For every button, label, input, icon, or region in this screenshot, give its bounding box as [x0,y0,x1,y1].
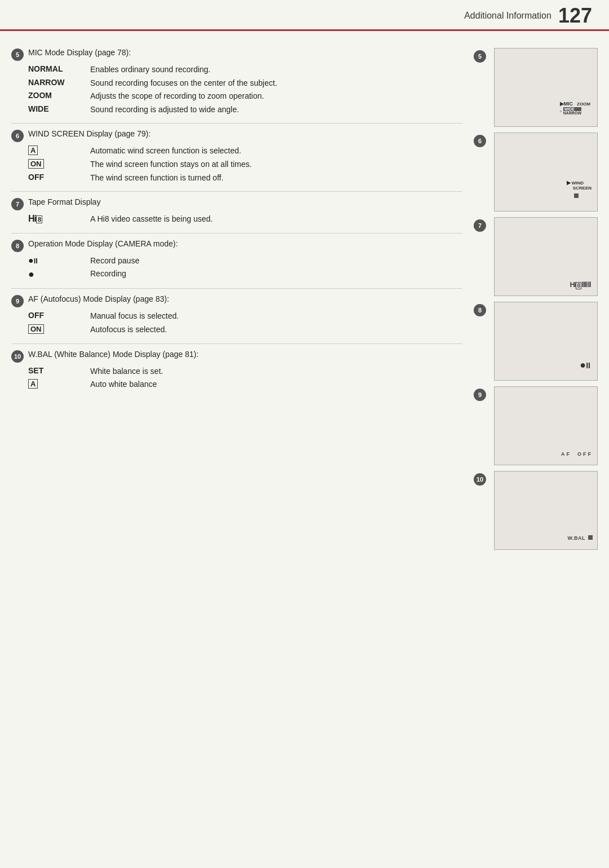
section-6-num: 6 [11,130,24,142]
section-6-title: WIND SCREEN Display (page 79): [28,129,151,138]
display-6-num: 6 [474,135,486,147]
section-8-title: Operation Mode Display (CAMERA mode): [28,239,178,248]
display-10-content: W.BAL [568,532,593,541]
entry-value: Record pause [90,255,462,267]
display-9-num: 9 [474,389,486,401]
display-7-content: Hi8ⅡⅡⅡ [570,280,590,289]
section-5-entries: NORMAL Enables ordinary sound recording.… [28,64,462,115]
entry-key: WIDE [28,104,90,113]
display-6-content: ▶ WIND SCREEN [567,180,592,200]
entry-key: ●II [28,255,90,266]
section-5-title: MIC Mode Display (page 78): [28,48,131,57]
list-item: NORMAL Enables ordinary sound recording. [28,64,462,76]
list-item: A Automatic wind screen function is sele… [28,146,462,157]
entry-value: Enables ordinary sound recording. [90,64,462,76]
entry-key-hi8: Hi8 [28,214,90,224]
entry-key: A [28,379,90,389]
display-7-num: 7 [474,219,486,232]
display-5: ▶MIC ZOOM ◦ WIDE NARROW [494,48,598,127]
section-6-header: 6 WIND SCREEN Display (page 79): [11,129,462,142]
section-10-title: W.BAL (White Balance) Mode Display (page… [28,350,198,359]
section-10-header: 10 W.BAL (White Balance) Mode Display (p… [11,350,462,363]
display-8: ●II [494,302,598,381]
entry-key: A [28,146,90,155]
entry-value: Recording [90,268,462,280]
section-10-num: 10 [11,350,24,363]
section-8: 8 Operation Mode Display (CAMERA mode): … [11,239,462,289]
section-7-title: Tape Format Display [28,197,100,206]
entry-value: The wind screen function is turned off. [90,173,462,184]
list-item: ●II Record pause [28,255,462,267]
left-column: 5 MIC Mode Display (page 78): NORMAL Ena… [11,48,462,550]
display-7: Hi8ⅡⅡⅡ [494,217,598,296]
entry-value: A Hi8 video cassette is being used. [90,214,462,225]
entry-value: Sound recording focuses on the center of… [90,78,462,89]
right-column: 5 ▶MIC ZOOM ◦ WIDE NARROW [474,48,598,550]
display-8-num: 8 [474,304,486,316]
section-8-header: 8 Operation Mode Display (CAMERA mode): [11,239,462,252]
entry-value: Adjusts the scope of recording to zoom o… [90,91,462,102]
section-6: 6 WIND SCREEN Display (page 79): A Autom… [11,129,462,192]
list-item: WIDE Sound recording is adjusted to wide… [28,104,462,116]
list-item: A Auto white balance [28,379,462,390]
section-8-num: 8 [11,240,24,252]
entry-value: White balance is set. [90,366,462,377]
section-7-header: 7 Tape Format Display [11,197,462,210]
list-item: ON The wind screen function stays on at … [28,159,462,170]
entry-key: NARROW [28,78,90,87]
entry-key: OFF [28,173,90,182]
section-8-entries: ●II Record pause ● Recording [28,255,462,281]
entry-key: NORMAL [28,64,90,73]
entry-value: Auto white balance [90,379,462,390]
list-item: Hi8 A Hi8 video cassette is being used. [28,214,462,225]
page-number: 127 [558,6,592,26]
entry-value: Sound recording is adjusted to wide angl… [90,104,462,116]
section-9: 9 AF (Autofocus) Mode Display (page 83):… [11,294,462,343]
section-5-num: 5 [11,49,24,61]
list-item: ON Autofocus is selected. [28,324,462,336]
entry-key: ● [28,268,90,280]
entry-key: ON [28,159,90,169]
section-7-num: 7 [11,198,24,210]
display-6: ▶ WIND SCREEN [494,133,598,212]
list-item: ● Recording [28,268,462,280]
page-header: Additional Information 127 [0,0,609,31]
section-7-entries: Hi8 A Hi8 video cassette is being used. [28,214,462,225]
display-9: AF OFF [494,386,598,465]
entry-value: The wind screen function stays on at all… [90,159,462,170]
list-item: OFF The wind screen function is turned o… [28,173,462,184]
display-10: W.BAL [494,471,598,550]
display-9-content: AF OFF [561,451,593,457]
section-10: 10 W.BAL (White Balance) Mode Display (p… [11,350,462,398]
display-8-content: ●II [580,359,590,371]
section-6-entries: A Automatic wind screen function is sele… [28,146,462,183]
entry-key: ON [28,324,90,334]
section-5: 5 MIC Mode Display (page 78): NORMAL Ena… [11,48,462,124]
display-10-num: 10 [474,473,486,486]
list-item: OFF Manual focus is selected. [28,311,462,322]
section-7: 7 Tape Format Display Hi8 A Hi8 video ca… [11,197,462,233]
entry-value: Automatic wind screen function is select… [90,146,462,157]
entry-value: Autofocus is selected. [90,324,462,336]
main-content: 5 MIC Mode Display (page 78): NORMAL Ena… [0,31,609,561]
section-10-entries: SET White balance is set. A Auto white b… [28,366,462,390]
display-5-num: 5 [474,50,486,63]
section-5-header: 5 MIC Mode Display (page 78): [11,48,462,61]
display-5-content: ▶MIC ZOOM ◦ WIDE NARROW [560,101,591,115]
entry-key: SET [28,366,90,375]
entry-key: OFF [28,311,90,320]
entry-value: Manual focus is selected. [90,311,462,322]
list-item: NARROW Sound recording focuses on the ce… [28,78,462,89]
list-item: SET White balance is set. [28,366,462,377]
section-9-entries: OFF Manual focus is selected. ON Autofoc… [28,311,462,335]
list-item: ZOOM Adjusts the scope of recording to z… [28,91,462,102]
section-9-header: 9 AF (Autofocus) Mode Display (page 83): [11,294,462,307]
section-9-title: AF (Autofocus) Mode Display (page 83): [28,294,169,303]
section-title: Additional Information [464,11,551,21]
entry-key: ZOOM [28,91,90,100]
section-9-num: 9 [11,295,24,307]
